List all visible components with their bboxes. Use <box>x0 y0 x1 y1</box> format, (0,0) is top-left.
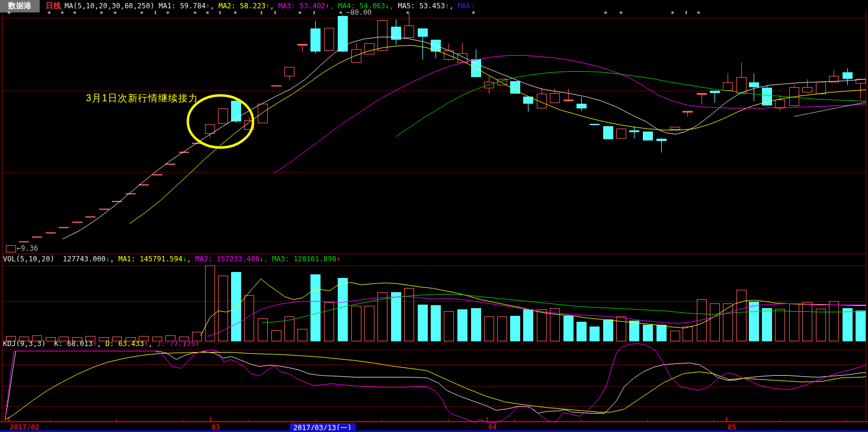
star-marker-icon: ✳ <box>339 9 342 15</box>
indicator-value: J: 77.175 <box>156 340 195 348</box>
kdj-values-row: K: 68.013↑,D: 63.433↑,J: 77.175↑ <box>50 340 199 348</box>
star-marker-icon: ✳ <box>100 9 103 15</box>
star-marker-icon: ✳ <box>233 9 237 15</box>
updown-marker-icon: ↕ <box>260 9 263 15</box>
star-marker-icon: ✳ <box>113 9 117 15</box>
star-marker-icon: ✳ <box>193 9 197 15</box>
indicator-value: MA3: 53.402 <box>278 2 325 10</box>
kdj-indicator-header: KDJ(9,3,3) K: 68.013↑,D: 63.433↑,J: 77.1… <box>3 340 200 348</box>
separator: , <box>329 2 334 10</box>
star-marker-icon: ✳ <box>697 9 700 15</box>
star-marker-icon: ✳ <box>140 9 143 15</box>
vol-fn-label: VOL(5,10,20) <box>3 255 55 263</box>
chart-canvas[interactable] <box>0 0 868 432</box>
separator: , <box>148 340 152 348</box>
star-marker-icon: ✳ <box>166 9 169 15</box>
stock-name[interactable]: 数据港 <box>0 0 40 12</box>
indicator-value: MA3: 128161.898 <box>272 255 336 263</box>
star-marker-icon: ✳ <box>60 9 64 15</box>
star-marker-icon: ✳ <box>619 9 623 15</box>
updown-marker-icon: ↕ <box>312 9 316 15</box>
stock-chart-app: 数据港日线MA(5,10,20,30,60,250)MA1: 59.784↑,M… <box>0 0 868 432</box>
star-marker-icon: ✳ <box>671 9 674 15</box>
indicator-value: MA5: 53.453 <box>398 2 445 10</box>
separator: , <box>210 2 214 10</box>
star-marker-icon: ✳ <box>206 9 209 15</box>
main-indicator-header: 数据港日线MA(5,10,20,30,60,250)MA1: 59.784↑,M… <box>0 0 868 11</box>
star-marker-icon: ✳ <box>298 9 302 15</box>
updown-marker-icon: ↕ <box>684 9 688 15</box>
indicator-value: MA2: 157233.406 <box>196 255 260 263</box>
indicator-value: K: 68.013 <box>54 340 92 348</box>
separator: , <box>389 2 393 10</box>
indicator-value: D: 63.433 <box>105 340 144 348</box>
updown-marker-icon: ↕ <box>153 9 157 15</box>
separator: , <box>187 255 191 263</box>
up-arrow-icon: ↑ <box>196 340 200 348</box>
updown-marker-icon: ↕ <box>273 9 277 15</box>
separator: , <box>449 2 453 10</box>
annotation-text[interactable]: 3月1日次新行情继续接力 <box>86 92 198 105</box>
indicator-value: 127743.000 <box>63 255 105 263</box>
low-price-label: ←9.36 <box>17 244 38 252</box>
separator: , <box>264 255 268 263</box>
star-marker-icon: ✳ <box>47 9 51 15</box>
updown-marker-icon: ↕ <box>218 9 222 15</box>
star-marker-icon: ✳ <box>604 9 607 15</box>
high-price-label: ~80.00 <box>346 8 371 17</box>
up-arrow-icon: ↑ <box>337 255 341 263</box>
volume-indicator-header: VOL(5,10,20) 127743.000↓,MA1: 145791.594… <box>3 255 341 263</box>
star-marker-icon: ✳ <box>472 9 475 15</box>
separator: , <box>110 255 114 263</box>
up-arrow-icon: ↑ <box>93 340 97 348</box>
kdj-fn-label: KDJ(9,3,3) <box>3 340 46 348</box>
star-marker-icon: ✳ <box>73 9 76 15</box>
indicator-value: MA2: 58.223 <box>219 2 265 10</box>
separator: , <box>97 340 101 348</box>
star-marker-icon: ✳ <box>7 9 11 15</box>
star-marker-icon: ✳ <box>406 9 409 15</box>
vol-values-row: 127743.000↓,MA1: 145791.594↓,MA2: 157233… <box>59 255 341 263</box>
indicator-value: MA1: 145791.594 <box>118 255 182 263</box>
